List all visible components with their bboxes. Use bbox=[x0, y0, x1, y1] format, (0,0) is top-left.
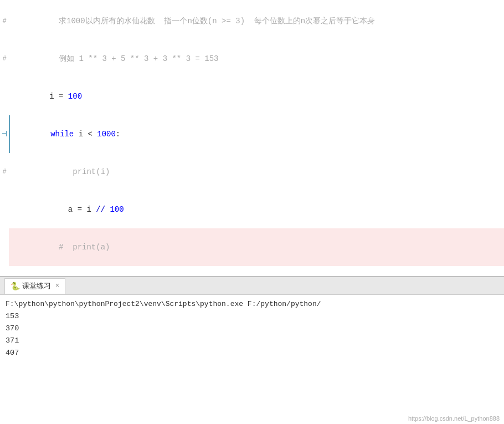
terminal-command: F:\python\python\pythonProject2\venv\Scr… bbox=[6, 298, 498, 310]
terminal-output-line-2: 370 bbox=[6, 323, 498, 335]
editor-area: # 求1000以内所有的水仙花数 指一个n位数(n >= 3) 每个位数上的n次… bbox=[0, 0, 504, 277]
line-body: a = i // 100 bbox=[9, 191, 504, 228]
code-line: a = i // 100 bbox=[0, 191, 504, 228]
line-gutter-arrow: ⊣ bbox=[0, 115, 9, 153]
line-body: 例如 1 ** 3 + 5 ** 3 + 3 ** 3 = 153 bbox=[9, 40, 504, 78]
line-body-while: while i < 1000: bbox=[9, 115, 504, 153]
number: 1000 bbox=[97, 130, 116, 139]
terminal-content: F:\python\python\pythonProject2\venv\Scr… bbox=[0, 295, 504, 362]
keyword-while: while bbox=[50, 130, 74, 139]
code-line: i = 100 bbox=[0, 78, 504, 115]
comment-hash: # bbox=[2, 17, 6, 25]
code-line: b = (i - a*100) // 10 bbox=[0, 266, 504, 277]
code-line: # 求1000以内所有的水仙花数 指一个n位数(n >= 3) 每个位数上的n次… bbox=[0, 2, 504, 40]
terminal-close-button[interactable]: × bbox=[55, 282, 59, 290]
line-body: print(i) bbox=[9, 153, 504, 191]
code-content: # 求1000以内所有的水仙花数 指一个n位数(n >= 3) 每个位数上的n次… bbox=[0, 0, 504, 277]
watermark: https://blog.csdn.net/L_python888 bbox=[408, 415, 500, 422]
terminal-area: 🐍 课堂练习 × F:\python\python\pythonProject2… bbox=[0, 277, 504, 424]
line-gutter bbox=[0, 228, 9, 266]
comment-text: print(i) bbox=[49, 167, 110, 176]
arrow-icon: ⊣ bbox=[2, 128, 7, 140]
comment-hash: # bbox=[2, 55, 6, 63]
terminal-tab-label: 课堂练习 bbox=[22, 281, 51, 291]
line-body: b = (i - a*100) // 10 bbox=[9, 266, 504, 277]
code-line: # print(i) bbox=[0, 153, 504, 191]
terminal-output-line-4: 407 bbox=[6, 347, 498, 359]
code-line-highlighted: # print(a) bbox=[0, 228, 504, 266]
terminal-tab[interactable]: 🐍 课堂练习 × bbox=[4, 278, 65, 294]
line-body: i = 100 bbox=[9, 78, 504, 115]
python-icon: 🐍 bbox=[11, 282, 20, 291]
terminal-output-line-3: 371 bbox=[6, 335, 498, 347]
line-gutter bbox=[0, 191, 9, 228]
number: 100 bbox=[68, 92, 82, 101]
number: 100 bbox=[110, 205, 124, 214]
line-gutter bbox=[0, 266, 9, 277]
comment-text: # print(a) bbox=[49, 243, 110, 252]
comment-text: 例如 1 ** 3 + 5 ** 3 + 3 ** 3 = 153 bbox=[49, 54, 218, 63]
code-line: # 例如 1 ** 3 + 5 ** 3 + 3 ** 3 = 153 bbox=[0, 40, 504, 78]
line-gutter: # bbox=[0, 153, 9, 191]
line-body: # print(a) bbox=[9, 228, 504, 266]
terminal-output-line-1: 153 bbox=[6, 310, 498, 323]
comment-text: 求1000以内所有的水仙花数 指一个n位数(n >= 3) 每个位数上的n次幂之… bbox=[49, 17, 375, 25]
comment-hash: # bbox=[2, 168, 6, 176]
code-text: a = i bbox=[49, 205, 96, 214]
line-gutter: # bbox=[0, 2, 9, 40]
line-body: 求1000以内所有的水仙花数 指一个n位数(n >= 3) 每个位数上的n次幂之… bbox=[9, 2, 504, 40]
line-gutter: # bbox=[0, 40, 9, 78]
code-line-while: ⊣ while i < 1000: bbox=[0, 115, 504, 153]
line-gutter bbox=[0, 78, 9, 115]
terminal-tab-bar: 🐍 课堂练习 × bbox=[0, 277, 504, 295]
code-text: i bbox=[49, 92, 59, 101]
